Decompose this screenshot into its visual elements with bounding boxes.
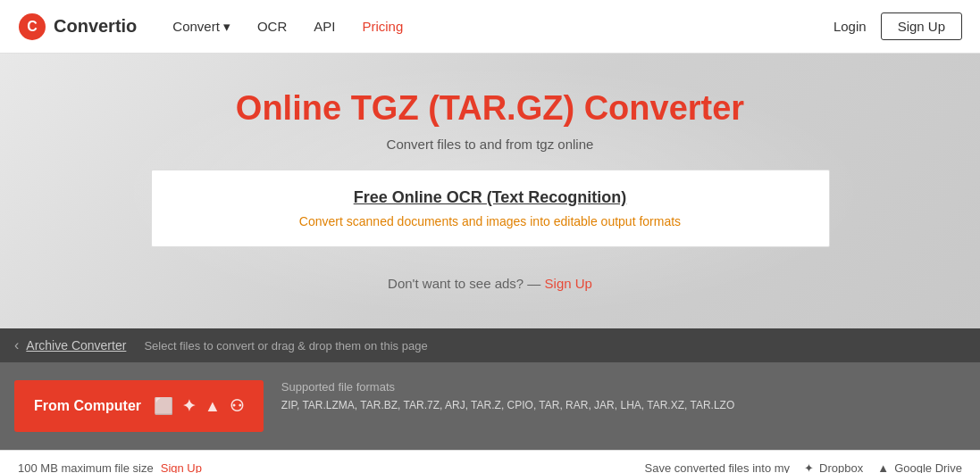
dropbox-icon: ✦	[804, 461, 814, 473]
max-size-label: 100 MB maximum file size	[18, 461, 154, 473]
logo-text: Convertio	[54, 16, 137, 37]
footer-left: 100 MB maximum file size Sign Up	[18, 461, 202, 473]
google-drive-icon: ▲	[877, 461, 889, 473]
nav-pricing[interactable]: Pricing	[362, 19, 403, 34]
converter-body: From Computer ⬜ ✦ ▲ ⚇ Supported file for…	[0, 362, 980, 450]
converter-breadcrumb: ‹ Archive Converter Select files to conv…	[0, 328, 980, 362]
no-ads-text: Don't want to see ads? —	[388, 276, 540, 291]
dropbox-icon: ✦	[182, 396, 196, 416]
ad-banner[interactable]: Free Online OCR (Text Recognition) Conve…	[151, 170, 830, 247]
signup-button[interactable]: Sign Up	[881, 12, 962, 40]
breadcrumb-archive-link[interactable]: Archive Converter	[26, 338, 126, 353]
logo[interactable]: C Convertio	[18, 12, 137, 41]
hero-section: Online TGZ (TAR.GZ) Converter Convert fi…	[0, 54, 980, 328]
footer-bar: 100 MB maximum file size Sign Up Save co…	[0, 450, 980, 473]
supported-formats: Supported file formats ZIP, TAR.LZMA, TA…	[281, 380, 734, 413]
svg-text:C: C	[27, 19, 38, 34]
formats-list: ZIP, TAR.LZMA, TAR.BZ, TAR.7Z, ARJ, TAR.…	[281, 399, 734, 411]
save-label: Save converted files into my	[645, 461, 791, 473]
drive-icon: ▲	[205, 397, 221, 416]
footer-right: Save converted files into my ✦ Dropbox ▲…	[645, 461, 962, 473]
supported-label: Supported file formats	[281, 380, 734, 394]
monitor-icon: ⬜	[154, 396, 173, 416]
dropbox-button[interactable]: ✦ Dropbox	[804, 461, 863, 473]
from-computer-label: From Computer	[34, 398, 141, 414]
converter-section: ‹ Archive Converter Select files to conv…	[0, 328, 980, 450]
main-nav: Convert ▾ OCR API Pricing	[172, 19, 833, 35]
converter-controls: From Computer ⬜ ✦ ▲ ⚇ Supported file for…	[14, 380, 966, 432]
header-actions: Login Sign Up	[833, 12, 962, 40]
ad-banner-text: Convert scanned documents and images int…	[179, 214, 802, 228]
link-icon: ⚇	[230, 396, 244, 416]
footer-signup-link[interactable]: Sign Up	[161, 461, 202, 473]
hero-subtitle: Convert files to and from tgz online	[18, 137, 962, 152]
google-drive-button[interactable]: ▲ Google Drive	[877, 461, 962, 473]
nav-convert[interactable]: Convert ▾	[172, 19, 230, 35]
back-arrow-icon: ‹	[14, 337, 19, 353]
nav-ocr[interactable]: OCR	[257, 19, 287, 34]
from-computer-button[interactable]: From Computer ⬜ ✦ ▲ ⚇	[14, 380, 264, 432]
header: C Convertio Convert ▾ OCR API Pricing Lo…	[0, 0, 980, 54]
no-ads-signup-link[interactable]: Sign Up	[545, 276, 592, 291]
chevron-down-icon: ▾	[223, 19, 230, 35]
upload-icons: ⬜ ✦ ▲ ⚇	[154, 396, 244, 416]
ad-banner-title: Free Online OCR (Text Recognition)	[179, 188, 802, 207]
login-button[interactable]: Login	[833, 19, 867, 34]
no-ads-bar: Don't want to see ads? — Sign Up	[18, 265, 962, 302]
hero-title: Online TGZ (TAR.GZ) Converter	[18, 89, 962, 128]
logo-icon: C	[18, 12, 46, 41]
nav-api[interactable]: API	[314, 19, 335, 34]
breadcrumb-instruction: Select files to convert or drag & drop t…	[144, 339, 427, 353]
